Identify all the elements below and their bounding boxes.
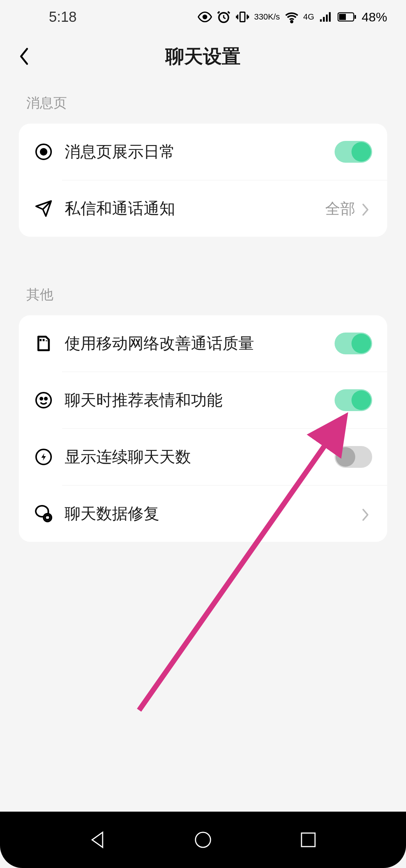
send-icon bbox=[34, 199, 53, 218]
svg-point-14 bbox=[40, 398, 42, 400]
toggle-daily-display[interactable] bbox=[335, 141, 372, 163]
row-label: 使用移动网络改善通话质量 bbox=[65, 333, 335, 354]
status-time: 5:18 bbox=[49, 9, 77, 25]
row-data-repair[interactable]: 聊天数据修复 bbox=[19, 485, 387, 542]
svg-rect-10 bbox=[354, 15, 356, 19]
navigation-bar bbox=[0, 812, 406, 868]
wifi-icon bbox=[285, 10, 299, 24]
row-value: 全部 bbox=[325, 198, 355, 219]
svg-point-0 bbox=[203, 15, 207, 19]
card-messages: 消息页展示日常 私信和通话通知 全部 bbox=[19, 124, 387, 237]
card-other: 使用移动网络改善通话质量 聊天时推荐表情和功能 显示连续聊天天数 bbox=[19, 315, 387, 542]
smiley-icon bbox=[34, 390, 53, 410]
row-label: 消息页展示日常 bbox=[65, 141, 335, 162]
row-daily-display[interactable]: 消息页展示日常 bbox=[19, 124, 387, 180]
toggle-mobile-quality[interactable] bbox=[335, 333, 372, 354]
network-type: 4G bbox=[303, 13, 314, 21]
row-label: 聊天时推荐表情和功能 bbox=[65, 390, 335, 411]
svg-point-12 bbox=[41, 149, 47, 155]
row-label: 聊天数据修复 bbox=[65, 503, 361, 524]
svg-rect-9 bbox=[339, 14, 346, 20]
nav-back-button[interactable] bbox=[86, 829, 109, 851]
svg-rect-5 bbox=[323, 17, 325, 22]
alarm-icon bbox=[217, 10, 231, 24]
row-emoji-suggest[interactable]: 聊天时推荐表情和功能 bbox=[19, 372, 387, 428]
svg-rect-21 bbox=[301, 833, 315, 847]
row-streak-days[interactable]: 显示连续聊天天数 bbox=[19, 429, 387, 485]
section-label-messages: 消息页 bbox=[0, 75, 406, 124]
section-label-other: 其他 bbox=[0, 237, 406, 315]
bolt-circle-icon bbox=[34, 447, 53, 467]
chat-repair-icon bbox=[34, 504, 53, 523]
nav-recent-button[interactable] bbox=[297, 829, 320, 851]
heart-circle-icon bbox=[34, 142, 53, 162]
vibrate-icon bbox=[235, 10, 250, 24]
back-button[interactable] bbox=[15, 41, 34, 71]
chevron-right-icon bbox=[361, 203, 372, 214]
battery-percent: 48% bbox=[362, 10, 387, 24]
svg-rect-7 bbox=[329, 12, 331, 21]
toggle-emoji-suggest[interactable] bbox=[335, 389, 372, 411]
row-label: 私信和通话通知 bbox=[65, 198, 325, 219]
svg-point-3 bbox=[291, 21, 292, 23]
svg-rect-6 bbox=[326, 15, 328, 22]
signal-icon bbox=[319, 10, 333, 24]
row-mobile-quality[interactable]: 使用移动网络改善通话质量 bbox=[19, 315, 387, 372]
network-speed: 330 K/s bbox=[254, 13, 280, 21]
toggle-streak-days[interactable] bbox=[335, 446, 372, 468]
page-title: 聊天设置 bbox=[165, 44, 241, 69]
svg-rect-2 bbox=[240, 12, 245, 21]
status-icons: 330 K/s 4G 48% bbox=[198, 10, 387, 24]
chevron-right-icon bbox=[361, 508, 372, 519]
header: 聊天设置 bbox=[0, 38, 406, 75]
nav-home-button[interactable] bbox=[192, 829, 214, 851]
sim-icon bbox=[34, 334, 53, 353]
svg-point-15 bbox=[45, 398, 47, 400]
row-label: 显示连续聊天天数 bbox=[65, 446, 335, 467]
svg-point-13 bbox=[36, 393, 51, 408]
battery-icon bbox=[338, 11, 357, 23]
row-dm-notifications[interactable]: 私信和通话通知 全部 bbox=[19, 180, 387, 237]
svg-rect-4 bbox=[320, 19, 322, 21]
status-bar: 5:18 330 K/s 4G bbox=[0, 0, 406, 34]
eye-icon bbox=[198, 10, 212, 24]
svg-point-20 bbox=[195, 832, 211, 847]
